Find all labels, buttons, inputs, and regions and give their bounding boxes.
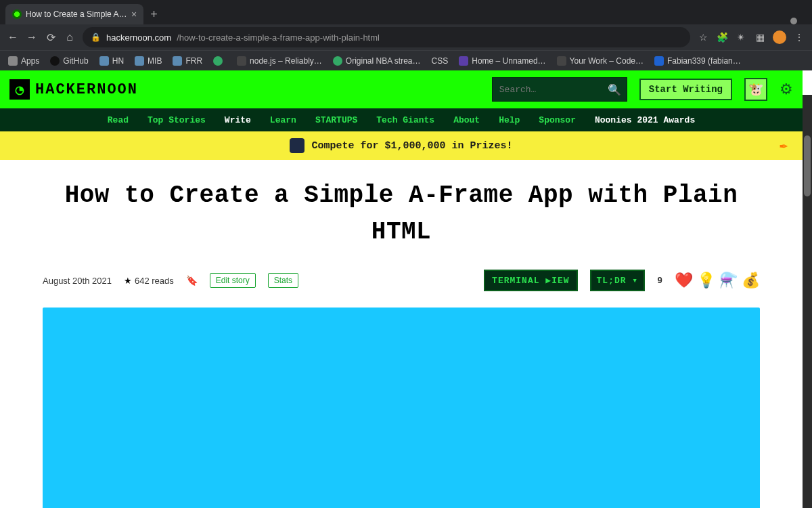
logo-mark-icon: ◔ [9, 79, 30, 100]
tldr-button[interactable]: TL;DR ▾ [590, 270, 646, 291]
terminal-view-button[interactable]: TERMINAL ▶IEW [484, 270, 577, 291]
folder-icon [99, 56, 109, 66]
nav-noonies[interactable]: Noonies 2021 Awards [595, 115, 695, 125]
nav-startups[interactable]: STARTUPS [315, 115, 357, 125]
bookmark-item[interactable]: Apps [8, 56, 39, 66]
nav-learn[interactable]: Learn [270, 115, 296, 125]
bookmark-item[interactable]: node.js – Reliably… [237, 56, 322, 66]
bookmark-item[interactable]: GitHub [50, 56, 88, 66]
site-search[interactable]: 🔍 [492, 77, 627, 102]
profile-avatar[interactable] [773, 30, 786, 44]
lock-icon: 🔒 [91, 33, 101, 42]
article-title: How to Create a Simple A-Frame App with … [43, 177, 760, 251]
reload-button[interactable]: ⟳ [45, 31, 57, 43]
flame-icon: ✒ [780, 137, 788, 154]
star-icon[interactable]: ☆ [697, 31, 709, 43]
light-icon[interactable]: 💡 [697, 272, 715, 289]
tab-title: How to Create a Simple A-Fr… [26, 9, 127, 19]
nav-read[interactable]: Read [108, 115, 129, 125]
logo-text: HACKERNOON [35, 81, 138, 98]
browser-tab[interactable]: How to Create a Simple A-Fr… × [5, 4, 143, 24]
nav-write[interactable]: Write [225, 115, 251, 125]
scrollbar-thumb[interactable] [804, 135, 811, 196]
search-icon[interactable]: 🔍 [608, 83, 621, 96]
bookmark-item[interactable]: FRR [173, 56, 202, 66]
folder-icon [135, 56, 144, 66]
search-input[interactable] [499, 85, 608, 95]
site-icon [459, 56, 468, 66]
home-button[interactable]: ⌂ [64, 31, 76, 43]
tab-close-icon[interactable]: × [131, 9, 137, 20]
site-nav: Read Top Stories Write Learn STARTUPS Te… [0, 108, 803, 131]
tab-favicon [12, 9, 22, 19]
nav-tech-giants[interactable]: Tech Giants [376, 115, 434, 125]
site-icon [237, 56, 246, 66]
apps-icon [8, 56, 18, 66]
site-icon [654, 56, 664, 66]
globe-icon [213, 56, 223, 66]
gear-icon[interactable]: ⚙ [780, 81, 793, 98]
bookmark-item[interactable]: HN [99, 56, 124, 66]
article-reads: ★ 642 reads [124, 276, 174, 286]
article-hero-image [43, 308, 760, 508]
promo-banner[interactable]: Compete for $1,000,000 in Prizes! ✒ [0, 131, 803, 160]
star-icon: ★ [124, 276, 132, 286]
edit-story-button[interactable]: Edit story [210, 273, 256, 288]
url-path: /how-to-create-a-simple-a-frame-app-with… [177, 33, 380, 43]
github-icon [50, 56, 60, 66]
stats-button[interactable]: Stats [268, 273, 298, 288]
extension-icon[interactable]: 🧩 [716, 31, 728, 43]
money-icon[interactable]: 💰 [742, 272, 760, 289]
new-tab-button[interactable]: + [143, 5, 164, 24]
forward-button[interactable]: → [26, 31, 38, 43]
bookmark-item[interactable]: Your Work – Code… [557, 56, 644, 66]
reaction-icons[interactable]: ❤️ 💡 ⚗️ 💰 [675, 272, 760, 289]
globe-icon [333, 56, 342, 66]
extension-icon[interactable]: ✴ [735, 31, 747, 43]
folder-icon [173, 56, 182, 66]
bookmark-item[interactable]: Original NBA strea… [333, 56, 421, 66]
promo-text: Compete for $1,000,000 in Prizes! [311, 140, 512, 152]
bookmark-item[interactable]: MIB [135, 56, 162, 66]
address-bar[interactable]: 🔒 hackernoon.com /how-to-create-a-simple… [83, 27, 690, 47]
bookmarks-bar: Apps GitHub HN MIB FRR node.js – Reliabl… [0, 50, 812, 70]
bookmark-item[interactable] [213, 56, 226, 66]
site-logo[interactable]: ◔ HACKERNOON [9, 79, 138, 100]
nav-about[interactable]: About [453, 115, 480, 125]
promo-icon [290, 138, 304, 153]
bookmark-icon[interactable]: 🔖 [186, 275, 198, 286]
article-meta: August 20th 2021 ★ 642 reads 🔖 Edit stor… [43, 270, 760, 291]
start-writing-button[interactable]: Start Writing [639, 79, 732, 100]
article-date: August 20th 2021 [43, 276, 112, 286]
back-button[interactable]: ← [7, 31, 19, 43]
bookmark-item[interactable]: Home – Unnamed… [459, 56, 545, 66]
bookmark-item[interactable]: Fabian339 (fabian… [654, 56, 741, 66]
kebab-menu-icon[interactable]: ⋮ [793, 31, 805, 43]
nav-help[interactable]: Help [499, 115, 520, 125]
site-icon [557, 56, 566, 66]
nav-top-stories[interactable]: Top Stories [148, 115, 206, 125]
extension-icon[interactable]: ▦ [754, 31, 766, 43]
nav-sponsor[interactable]: Sponsor [539, 115, 576, 125]
bookmark-item[interactable]: CSS [432, 56, 449, 66]
vertical-scrollbar[interactable] [803, 95, 812, 508]
site-header: ◔ HACKERNOON 🔍 Start Writing 🐮 ⚙ [0, 70, 803, 108]
mascot-icon[interactable]: 🐮 [744, 78, 767, 101]
url-host: hackernoon.com [106, 33, 171, 43]
heart-icon[interactable]: ❤️ [675, 272, 693, 289]
window-control-icon[interactable] [790, 18, 797, 24]
reaction-count: 9 [657, 276, 662, 286]
boat-icon[interactable]: ⚗️ [719, 272, 738, 289]
